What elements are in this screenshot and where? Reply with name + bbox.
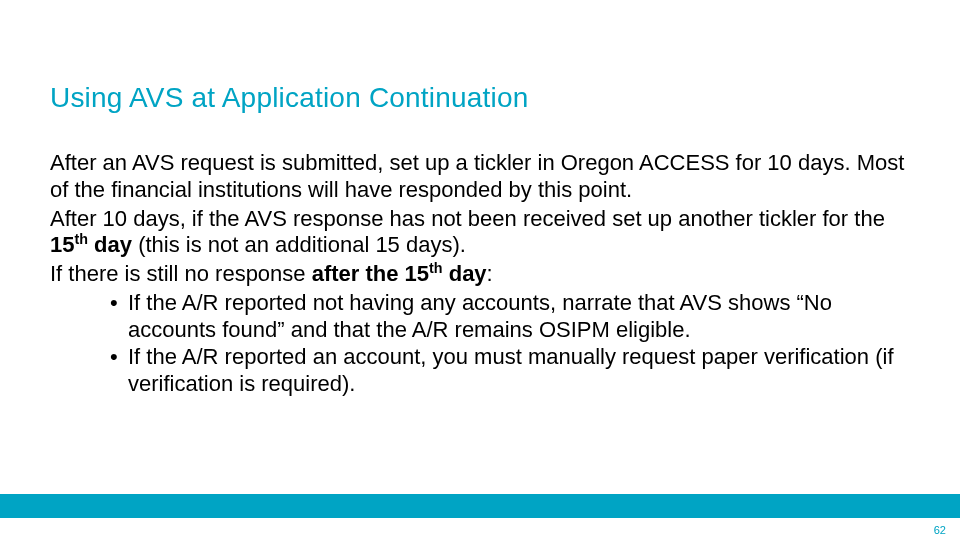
p3-bold-pre: after the 15	[312, 261, 429, 286]
slide-body: After an AVS request is submitted, set u…	[50, 150, 912, 397]
paragraph-3: If there is still no response after the …	[50, 261, 912, 288]
p2-bold-suffix: day	[88, 232, 132, 257]
paragraph-2: After 10 days, if the AVS response has n…	[50, 206, 912, 260]
p3-bold: after the 15th day	[312, 261, 487, 286]
p3-pre: If there is still no response	[50, 261, 312, 286]
slide: Using AVS at Application Continuation Af…	[0, 0, 960, 540]
list-item: If the A/R reported not having any accou…	[110, 290, 912, 344]
paragraph-1: After an AVS request is submitted, set u…	[50, 150, 912, 204]
ordinal-suffix-2: th	[429, 260, 443, 276]
p2-bold-day: 15	[50, 232, 74, 257]
list-item: If the A/R reported an account, you must…	[110, 344, 912, 398]
footer-bar	[0, 494, 960, 518]
page-number: 62	[934, 524, 946, 536]
p3-post: :	[487, 261, 493, 286]
p2-bold: 15th day	[50, 232, 132, 257]
p2-post: (this is not an additional 15 days).	[132, 232, 466, 257]
p3-bold-post: day	[443, 261, 487, 286]
p2-pre: After 10 days, if the AVS response has n…	[50, 206, 885, 231]
ordinal-suffix: th	[74, 231, 88, 247]
slide-title: Using AVS at Application Continuation	[50, 82, 529, 114]
bullet-list: If the A/R reported not having any accou…	[50, 290, 912, 397]
